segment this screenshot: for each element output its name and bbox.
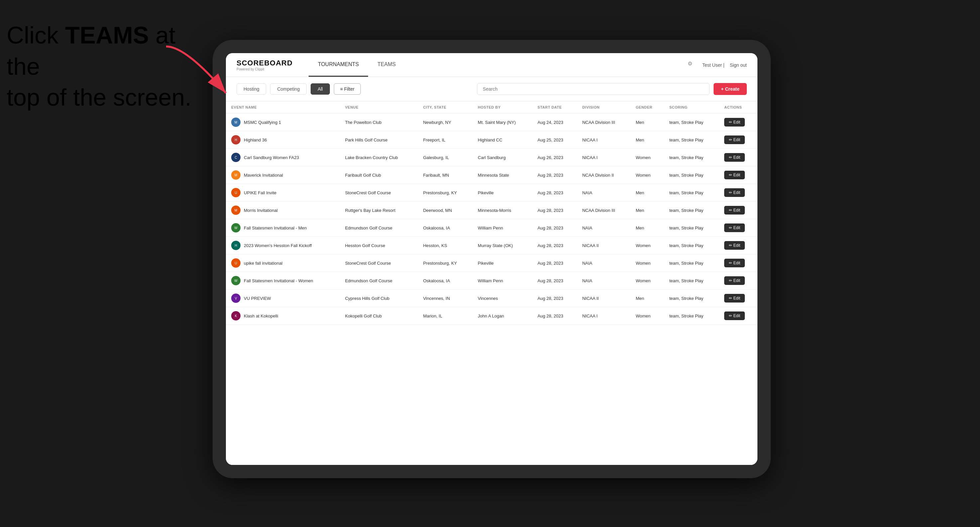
- filter-button[interactable]: ≡ Filter: [334, 83, 361, 95]
- gear-icon[interactable]: ⚙: [688, 60, 697, 70]
- cell-start-date: Aug 26, 2023: [532, 149, 577, 167]
- team-logo: M: [231, 170, 240, 179]
- cell-start-date: Aug 28, 2023: [532, 272, 577, 290]
- cell-division: NAIA: [577, 272, 630, 290]
- cell-gender: Men: [630, 290, 664, 307]
- edit-button[interactable]: ✏ Edit: [724, 276, 745, 285]
- cell-venue: The Powelton Club: [340, 114, 418, 131]
- cell-division: NAIA: [577, 184, 630, 202]
- cell-start-date: Aug 28, 2023: [532, 254, 577, 272]
- cell-actions: ✏ Edit: [719, 114, 757, 131]
- create-button[interactable]: + Create: [714, 83, 747, 95]
- table-row: K Klash at Kokopelli Kokopelli Golf Club…: [226, 307, 757, 325]
- cell-event-name: W Fall Statesmen Invitational - Women: [226, 272, 340, 290]
- edit-button[interactable]: ✏ Edit: [724, 153, 745, 162]
- instruction-text: Click TEAMS at thetop of the screen.: [6, 20, 206, 113]
- table-row: H 2023 Women's Hesston Fall Kickoff Hess…: [226, 237, 757, 254]
- cell-scoring: team, Stroke Play: [664, 272, 719, 290]
- table-row: V VU PREVIEW Cypress Hills Golf Club Vin…: [226, 290, 757, 307]
- table-row: H Highland 36 Park Hills Golf Course Fre…: [226, 131, 757, 149]
- table-row: M MSMC Qualifying 1 The Powelton Club Ne…: [226, 114, 757, 131]
- table-row: M Maverick Invitational Faribault Golf C…: [226, 167, 757, 184]
- cell-venue: StoneCrest Golf Course: [340, 184, 418, 202]
- event-name-text: Morris Invitational: [244, 208, 278, 213]
- team-logo: U: [231, 188, 240, 197]
- logo-area: SCOREBOARD Powered by Clippit: [237, 59, 293, 71]
- nav-right: ⚙ Test User | Sign out: [688, 60, 747, 70]
- edit-button[interactable]: ✏ Edit: [724, 294, 745, 303]
- edit-button[interactable]: ✏ Edit: [724, 259, 745, 267]
- cell-hosted-by: Vincennes: [473, 290, 532, 307]
- cell-division: NAIA: [577, 254, 630, 272]
- competing-tab[interactable]: Competing: [270, 83, 307, 95]
- col-header-venue: VENUE: [340, 101, 418, 114]
- cell-actions: ✏ Edit: [719, 184, 757, 202]
- edit-button[interactable]: ✏ Edit: [724, 118, 745, 127]
- instruction-bold: TEAMS: [65, 22, 149, 49]
- edit-button[interactable]: ✏ Edit: [724, 135, 745, 144]
- toolbar: Hosting Competing All ≡ Filter + Create: [226, 77, 757, 101]
- cell-event-name: U upike fall invitational: [226, 254, 340, 272]
- team-logo: W: [231, 223, 240, 232]
- search-input[interactable]: [477, 83, 710, 95]
- all-tab[interactable]: All: [310, 83, 330, 95]
- cell-event-name: M Maverick Invitational: [226, 167, 340, 184]
- cell-venue: Faribault Golf Club: [340, 167, 418, 184]
- cell-gender: Women: [630, 307, 664, 325]
- event-name-text: Klash at Kokopelli: [244, 313, 278, 319]
- table-header-row: EVENT NAME VENUE CITY, STATE HOSTED BY S…: [226, 101, 757, 114]
- cell-hosted-by: Minnesota-Morris: [473, 202, 532, 219]
- edit-button[interactable]: ✏ Edit: [724, 171, 745, 179]
- cell-event-name: K Klash at Kokopelli: [226, 307, 340, 325]
- sign-out-link[interactable]: Sign out: [730, 62, 747, 68]
- table-row: C Carl Sandburg Women FA23 Lake Bracken …: [226, 149, 757, 167]
- cell-event-name: H Highland 36: [226, 131, 340, 149]
- cell-hosted-by: Highland CC: [473, 131, 532, 149]
- tournaments-table: EVENT NAME VENUE CITY, STATE HOSTED BY S…: [226, 101, 757, 325]
- nav-tab-tournaments[interactable]: TOURNAMENTS: [309, 53, 368, 77]
- cell-division: NICAA II: [577, 290, 630, 307]
- team-logo: C: [231, 153, 240, 162]
- logo-subtitle: Powered by Clippit: [237, 67, 293, 71]
- col-header-actions: ACTIONS: [719, 101, 757, 114]
- col-header-gender: GENDER: [630, 101, 664, 114]
- event-name-text: 2023 Women's Hesston Fall Kickoff: [244, 243, 312, 248]
- event-name-text: Fall Statesmen Invitational - Women: [244, 278, 313, 283]
- cell-hosted-by: Carl Sandburg: [473, 149, 532, 167]
- edit-button[interactable]: ✏ Edit: [724, 224, 745, 232]
- search-box: [477, 83, 710, 95]
- nav-tab-teams[interactable]: TEAMS: [368, 53, 405, 77]
- edit-button[interactable]: ✏ Edit: [724, 188, 745, 197]
- tablet-screen: SCOREBOARD Powered by Clippit TOURNAMENT…: [226, 53, 757, 465]
- table-row: M Morris Invitational Ruttger's Bay Lake…: [226, 202, 757, 219]
- cell-city-state: Prestonsburg, KY: [418, 254, 473, 272]
- cell-event-name: C Carl Sandburg Women FA23: [226, 149, 340, 167]
- edit-button[interactable]: ✏ Edit: [724, 311, 745, 320]
- cell-event-name: V VU PREVIEW: [226, 290, 340, 307]
- cell-scoring: team, Stroke Play: [664, 114, 719, 131]
- edit-button[interactable]: ✏ Edit: [724, 241, 745, 250]
- cell-venue: Park Hills Golf Course: [340, 131, 418, 149]
- team-logo: H: [231, 241, 240, 250]
- event-name-text: VU PREVIEW: [244, 296, 271, 301]
- event-name-text: Carl Sandburg Women FA23: [244, 155, 299, 160]
- col-header-division: DIVISION: [577, 101, 630, 114]
- cell-start-date: Aug 28, 2023: [532, 290, 577, 307]
- cell-start-date: Aug 25, 2023: [532, 131, 577, 149]
- cell-scoring: team, Stroke Play: [664, 167, 719, 184]
- edit-button[interactable]: ✏ Edit: [724, 206, 745, 214]
- cell-hosted-by: Mt. Saint Mary (NY): [473, 114, 532, 131]
- table-row: U UPIKE Fall Invite StoneCrest Golf Cour…: [226, 184, 757, 202]
- cell-city-state: Freeport, IL: [418, 131, 473, 149]
- cell-scoring: team, Stroke Play: [664, 254, 719, 272]
- cell-venue: Edmundson Golf Course: [340, 272, 418, 290]
- cell-actions: ✏ Edit: [719, 167, 757, 184]
- tablet-frame: SCOREBOARD Powered by Clippit TOURNAMENT…: [213, 40, 771, 478]
- hosting-tab[interactable]: Hosting: [237, 83, 266, 95]
- cell-city-state: Newburgh, NY: [418, 114, 473, 131]
- team-logo: K: [231, 311, 240, 321]
- cell-event-name: W Fall Statesmen Invitational - Men: [226, 219, 340, 237]
- cell-actions: ✏ Edit: [719, 254, 757, 272]
- cell-start-date: Aug 24, 2023: [532, 114, 577, 131]
- cell-venue: Ruttger's Bay Lake Resort: [340, 202, 418, 219]
